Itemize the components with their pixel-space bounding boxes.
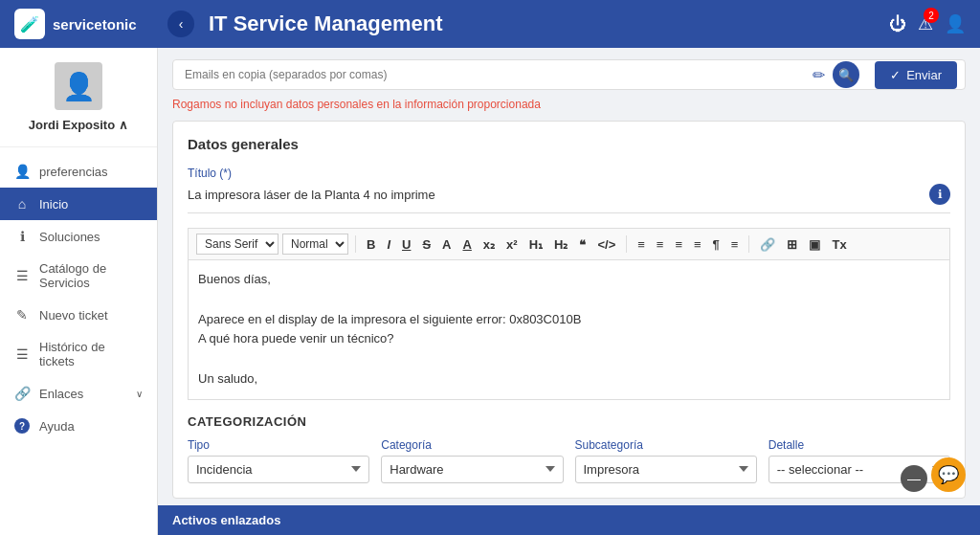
- editor-line: A qué hora puede venir un técnico?: [198, 329, 940, 349]
- edit-icon: ✎: [14, 307, 30, 323]
- blockquote-button[interactable]: ❝: [575, 235, 590, 254]
- minimize-button[interactable]: —: [901, 465, 927, 492]
- subcategoria-field: Subcategoría Impresora: [575, 438, 757, 483]
- subscript-button[interactable]: x₂: [479, 235, 499, 254]
- align-center-button[interactable]: ≡: [653, 235, 668, 254]
- editor-line: Buenos días,: [198, 270, 940, 290]
- toolbar-separator-2: [626, 235, 627, 253]
- sidebar-item-label: Nuevo ticket: [39, 308, 143, 323]
- bottom-bar: Activos enlazados: [158, 505, 980, 535]
- sidebar-item-label: Enlaces: [39, 387, 126, 401]
- bold-button[interactable]: B: [363, 235, 379, 254]
- toolbar-separator: [355, 235, 356, 253]
- page-title: IT Service Management: [209, 11, 889, 36]
- form-card: Datos generales Título (*) ℹ Sans Serif …: [172, 121, 966, 499]
- section-title: Datos generales: [188, 136, 950, 152]
- logo-icon: 🧪: [14, 9, 45, 39]
- categorization-row: Tipo Incidencia Categoría Hardware Subca…: [188, 438, 950, 483]
- nav-items: 👤 preferencias ⌂ Inicio ℹ Soluciones ☰ C…: [0, 147, 157, 535]
- sidebar-item-preferencias[interactable]: 👤 preferencias: [0, 155, 157, 188]
- h1-button[interactable]: H₁: [525, 235, 546, 254]
- sidebar-item-label: Histórico de tickets: [39, 340, 143, 368]
- sidebar-item-label: Soluciones: [39, 230, 143, 244]
- back-button[interactable]: ‹: [167, 11, 194, 37]
- info-button[interactable]: ℹ: [929, 184, 950, 205]
- alert-icon[interactable]: ⚠ 2: [918, 13, 933, 34]
- chat-button[interactable]: 💬: [931, 457, 966, 492]
- username: Jordi Exposito ∧: [29, 118, 128, 132]
- subcategoria-label: Subcategoría: [575, 438, 757, 452]
- header-icons: ⏻ ⚠ 2 👤: [889, 13, 966, 34]
- title-field-label: Título (*): [188, 167, 950, 180]
- categoria-select[interactable]: Hardware: [381, 456, 563, 483]
- editor-toolbar: Sans Serif Normal B I U S A A x₂ x² H₁ H…: [188, 228, 950, 259]
- top-header: 🧪 servicetonic ‹ IT Service Management ⏻…: [0, 0, 980, 48]
- font-select[interactable]: Sans Serif: [196, 234, 278, 255]
- sidebar-item-label: Inicio: [39, 197, 143, 212]
- title-field-row: ℹ: [188, 184, 950, 213]
- subcategoria-select[interactable]: Impresora: [575, 456, 757, 483]
- tipo-field: Tipo Incidencia: [188, 438, 369, 483]
- checkmark-icon: ✓: [890, 68, 901, 82]
- person-icon: 👤: [14, 164, 30, 179]
- italic-button[interactable]: I: [383, 235, 394, 254]
- editor-line: Un saludo,: [198, 369, 940, 390]
- sidebar-item-ayuda[interactable]: ? Ayuda: [0, 410, 157, 442]
- info-icon: ℹ: [14, 229, 30, 244]
- font-color-button[interactable]: A: [438, 235, 455, 254]
- search-button[interactable]: 🔍: [833, 61, 859, 88]
- sidebar-item-label: Catálogo de Servicios: [39, 261, 143, 290]
- size-select[interactable]: Normal: [282, 234, 348, 255]
- strikethrough-button[interactable]: S: [418, 235, 434, 254]
- user-profile-icon[interactable]: 👤: [945, 13, 966, 34]
- user-area: 👤 Jordi Exposito ∧: [0, 48, 157, 147]
- sidebar-item-enlaces[interactable]: 🔗 Enlaces ∨: [0, 377, 157, 410]
- tipo-select[interactable]: Incidencia: [188, 456, 369, 483]
- underline-button[interactable]: U: [398, 235, 414, 254]
- bg-color-button[interactable]: A: [458, 235, 475, 254]
- link-button[interactable]: 🔗: [756, 235, 779, 254]
- sidebar-item-nuevo-ticket[interactable]: ✎ Nuevo ticket: [0, 299, 157, 331]
- categoria-label: Categoría: [381, 438, 563, 452]
- image-button[interactable]: ▣: [805, 235, 824, 254]
- categorization-title: CATEGORIZACIÓN: [188, 414, 950, 429]
- title-input[interactable]: [188, 188, 922, 202]
- tipo-label: Tipo: [188, 438, 369, 452]
- align-justify-button[interactable]: ≡: [690, 235, 705, 254]
- clear-format-button[interactable]: Tx: [828, 235, 850, 254]
- indent-button[interactable]: ¶: [709, 235, 724, 254]
- align-left-button[interactable]: ≡: [634, 235, 649, 254]
- editor-line: [198, 290, 940, 310]
- toolbar-separator-3: [748, 235, 749, 253]
- logo-area: 🧪 servicetonic: [14, 9, 167, 39]
- username-chevron[interactable]: ∧: [119, 118, 128, 132]
- sidebar-item-label: Ayuda: [39, 419, 143, 434]
- warning-text: Rogamos no incluyan datos personales en …: [172, 98, 966, 111]
- send-button[interactable]: ✓ Enviar: [875, 61, 957, 89]
- code-button[interactable]: </>: [593, 235, 619, 254]
- sidebar-item-catalogo[interactable]: ☰ Catálogo de Servicios: [0, 253, 157, 299]
- sidebar-item-historico[interactable]: ☰ Histórico de tickets: [0, 331, 157, 377]
- align-right-button[interactable]: ≡: [671, 235, 686, 254]
- email-bar: ✏ 🔍 ✓ Enviar: [172, 59, 966, 90]
- avatar: 👤: [55, 62, 102, 110]
- activos-enlazados-label: Activos enlazados: [172, 513, 280, 527]
- power-icon[interactable]: ⏻: [889, 14, 906, 34]
- alert-badge: 2: [924, 8, 939, 23]
- pen-icon[interactable]: ✏: [813, 66, 825, 84]
- sidebar-item-inicio[interactable]: ⌂ Inicio: [0, 188, 157, 220]
- editor-line: [198, 349, 940, 369]
- list-button[interactable]: ≡: [727, 235, 743, 254]
- h2-button[interactable]: H₂: [550, 235, 571, 254]
- logo-text: servicetonic: [53, 16, 137, 33]
- layout: 👤 Jordi Exposito ∧ 👤 preferencias ⌂ Inic…: [0, 48, 980, 535]
- links-icon: 🔗: [14, 386, 30, 401]
- home-icon: ⌂: [14, 196, 30, 212]
- editor-area[interactable]: Buenos días, Aparece en el display de la…: [188, 259, 950, 400]
- table-button[interactable]: ⊞: [783, 235, 801, 254]
- email-copy-input[interactable]: [181, 60, 805, 89]
- superscript-button[interactable]: x²: [502, 235, 522, 254]
- history-icon: ☰: [14, 346, 30, 362]
- sidebar-item-soluciones[interactable]: ℹ Soluciones: [0, 220, 157, 253]
- enlaces-chevron: ∨: [136, 389, 143, 399]
